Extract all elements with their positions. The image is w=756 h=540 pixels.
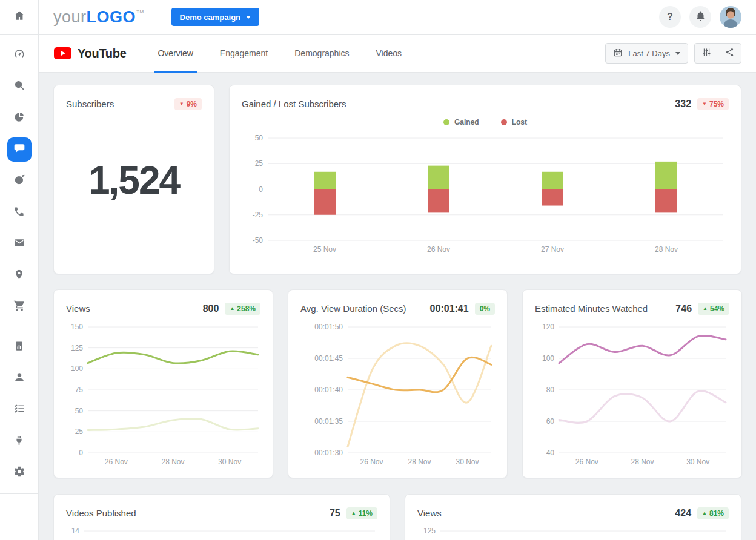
card-title: Avg. View Duration (Secs) xyxy=(300,302,406,315)
svg-text:14: 14 xyxy=(71,527,80,535)
sidebar-item-settings[interactable] xyxy=(7,461,31,485)
svg-text:27 Nov: 27 Nov xyxy=(541,245,564,254)
arrow-down-icon: ▼ xyxy=(179,100,184,108)
lost-dot-icon xyxy=(501,119,507,125)
arrow-up-icon: ▲ xyxy=(351,510,356,517)
sidebar-item-home[interactable] xyxy=(0,0,39,35)
sidebar-item-integrations[interactable] xyxy=(7,429,31,453)
sidebar-item-ads[interactable] xyxy=(7,169,31,193)
tab-bar: Overview Engagement Demographics Videos xyxy=(144,35,415,73)
bell-icon xyxy=(695,10,706,24)
sidebar-item-local[interactable] xyxy=(7,263,31,288)
help-button[interactable]: ? xyxy=(659,6,681,28)
plug-icon xyxy=(13,435,25,449)
sidebar-item-ecommerce[interactable] xyxy=(7,295,31,319)
tab-engagement[interactable]: Engagement xyxy=(216,35,271,73)
tab-videos[interactable]: Videos xyxy=(373,35,406,73)
phone-icon xyxy=(13,206,25,220)
card-title: Gained / Lost Subscribers xyxy=(242,97,346,111)
legend-item-gained[interactable]: Gained xyxy=(443,118,479,127)
svg-text:00:01:40: 00:01:40 xyxy=(314,386,343,394)
svg-text:100: 100 xyxy=(71,364,83,373)
change-badge: ▲ 81% xyxy=(697,507,729,519)
svg-text:0: 0 xyxy=(79,449,83,457)
notifications-button[interactable] xyxy=(689,6,711,28)
views-card: Views 800 ▲ 258% 150125100755025026 Nov2… xyxy=(53,289,273,478)
metric-value: 746 xyxy=(675,303,692,314)
svg-text:0: 0 xyxy=(259,185,263,194)
user-avatar[interactable] xyxy=(720,6,741,28)
sidebar-item-contacts[interactable] xyxy=(7,366,31,390)
calendar-icon xyxy=(613,48,623,59)
cart-icon xyxy=(13,300,25,314)
card-title: Videos Published xyxy=(66,507,136,520)
svg-text:26 Nov: 26 Nov xyxy=(360,458,383,466)
svg-text:75: 75 xyxy=(75,386,84,394)
sidebar-item-tasks[interactable] xyxy=(7,398,31,422)
svg-text:25: 25 xyxy=(255,159,264,168)
views-bottom-card: Views 424 ▲ 81% 125 xyxy=(405,494,741,540)
svg-text:28 Nov: 28 Nov xyxy=(655,245,678,254)
metric-value: 800 xyxy=(203,303,219,314)
card-title: Subscribers xyxy=(66,97,114,111)
sidebar-item-search[interactable] xyxy=(7,74,31,99)
svg-text:40: 40 xyxy=(546,449,555,457)
filter-sliders-icon xyxy=(701,47,712,59)
tab-demographics[interactable]: Demographics xyxy=(291,35,353,73)
svg-text:50: 50 xyxy=(75,407,84,415)
filter-button[interactable] xyxy=(695,44,718,63)
chevron-down-icon xyxy=(246,16,251,19)
sidebar-item-analytics[interactable] xyxy=(7,106,31,130)
svg-text:125: 125 xyxy=(71,344,83,352)
date-range-label: Last 7 Days xyxy=(628,49,670,58)
sidebar-item-calls[interactable] xyxy=(7,200,31,225)
gained-lost-chart: 50250-25-5025 Nov26 Nov27 Nov28 Nov xyxy=(244,130,727,255)
location-icon xyxy=(13,269,25,283)
svg-text:26 Nov: 26 Nov xyxy=(427,245,450,254)
videos-published-chart: 14 xyxy=(66,521,379,540)
gear-icon xyxy=(13,466,25,480)
estimated-minutes-chart: 12010080604026 Nov28 Nov30 Nov xyxy=(535,323,731,469)
svg-text:150: 150 xyxy=(71,323,83,331)
source-title: YouTube xyxy=(78,47,126,61)
svg-text:00:01:30: 00:01:30 xyxy=(314,449,343,457)
sidebar-item-dashboard[interactable] xyxy=(7,43,31,67)
sidebar-divider xyxy=(0,493,39,494)
svg-text:100: 100 xyxy=(542,354,554,363)
share-button[interactable] xyxy=(718,44,741,63)
legend-item-lost[interactable]: Lost xyxy=(501,118,527,127)
svg-text:00:01:35: 00:01:35 xyxy=(314,417,343,426)
source-header: YouTube Overview Engagement Demographics… xyxy=(39,35,756,73)
tab-overview[interactable]: Overview xyxy=(154,35,196,73)
svg-text:-25: -25 xyxy=(253,211,264,219)
logo-tm: TM xyxy=(136,9,144,15)
change-badge: ▲ 54% xyxy=(698,303,729,315)
chevron-down-icon xyxy=(675,52,680,55)
svg-text:00:01:50: 00:01:50 xyxy=(314,323,343,331)
sidebar-nav xyxy=(0,35,39,540)
campaign-selector-button[interactable]: Demo campaign xyxy=(171,8,259,26)
gained-lost-subscribers-card: Gained / Lost Subscribers 332 ▼ 75% Gain… xyxy=(229,85,741,274)
subscribers-total: 1,524 xyxy=(54,111,214,250)
svg-text:-50: -50 xyxy=(253,236,264,245)
change-badge: ▲ 258% xyxy=(225,303,260,315)
top-bar: yourLOGOTM Demo campaign ? xyxy=(0,0,756,35)
sidebar-item-email[interactable] xyxy=(7,232,31,256)
change-badge: ▼ 9% xyxy=(174,98,202,110)
sidebar-item-social[interactable] xyxy=(7,137,31,162)
app-logo: yourLOGOTM xyxy=(53,8,144,27)
logo-prefix: your xyxy=(53,8,87,27)
date-range-button[interactable]: Last 7 Days xyxy=(605,43,688,64)
sidebar-item-reports[interactable] xyxy=(7,335,31,359)
chat-icon xyxy=(13,142,25,157)
avg-view-duration-chart: 00:01:5000:01:4500:01:4000:01:3500:01:30… xyxy=(300,323,496,469)
subscribers-card: Subscribers ▼ 9% 1,524 xyxy=(53,85,214,274)
home-icon xyxy=(13,10,25,24)
arrow-down-icon: ▼ xyxy=(702,100,707,108)
svg-text:25: 25 xyxy=(75,427,84,436)
card-title: Views xyxy=(66,302,90,315)
gained-dot-icon xyxy=(443,119,449,125)
change-badge: ▲ 11% xyxy=(346,507,377,519)
chart-legend: Gained Lost xyxy=(230,118,741,127)
svg-text:28 Nov: 28 Nov xyxy=(161,458,184,466)
